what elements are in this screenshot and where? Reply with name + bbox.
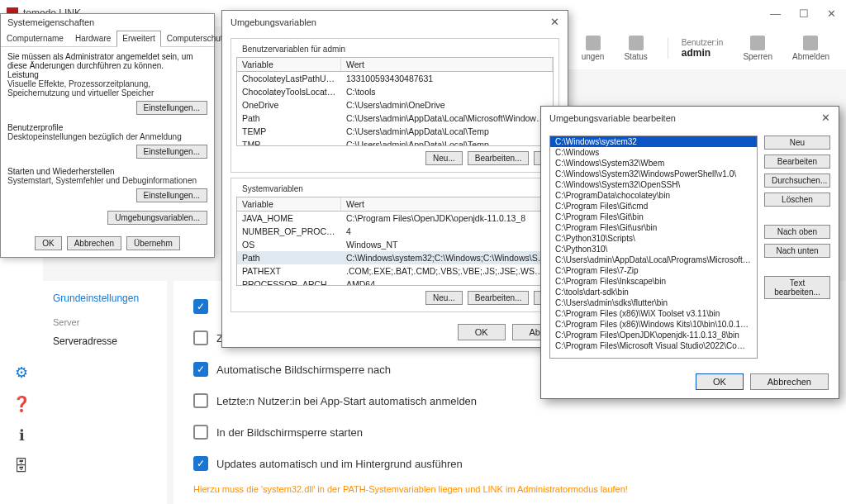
list-item[interactable]: C:\Program Files\Git\cmd — [550, 201, 757, 212]
label-autoupdate: Updates automatisch und im Hintergrund a… — [216, 458, 463, 470]
list-item[interactable]: C:\tools\dart-sdk\bin — [550, 287, 757, 297]
bars-icon — [629, 36, 644, 50]
path-edit-button[interactable]: Bearbeiten — [764, 155, 830, 169]
lock-button[interactable]: Sperren — [743, 36, 772, 61]
tab-hardware[interactable]: Hardware — [69, 31, 116, 46]
table-row[interactable]: PathC:\Windows\system32;C:\Windows;C:\Wi… — [237, 251, 553, 264]
path-down-button[interactable]: Nach unten — [764, 244, 830, 258]
path-delete-button[interactable]: Löschen — [764, 193, 830, 207]
list-item[interactable]: C:\Python310\Scripts\ — [550, 233, 757, 244]
list-item[interactable]: C:\Windows\System32\Wbem — [550, 158, 757, 169]
list-item[interactable]: C:\Windows\System32\OpenSSH\ — [550, 179, 757, 190]
list-item[interactable]: C:\Program Files (x86)\WiX Toolset v3.11… — [550, 308, 757, 319]
path-title: Umgebungsvariable bearbeiten — [549, 113, 676, 123]
table-row[interactable]: OSWindows_NT — [237, 238, 553, 251]
env-title: Umgebungsvariablen — [231, 17, 316, 27]
list-item[interactable]: C:\Users\admin\sdks\flutter\bin — [550, 297, 757, 308]
path-textedit-button[interactable]: Text bearbeiten... — [764, 276, 830, 299]
env-sys-list[interactable]: JAVA_HOMEC:\Program Files\OpenJDK\openjd… — [236, 212, 554, 286]
admin-note: Sie müssen als Administrator angemeldet … — [7, 52, 207, 70]
checkbox-autoupdate[interactable]: ✓ — [193, 456, 208, 471]
sysprops-ok-button[interactable]: OK — [35, 236, 61, 250]
list-item[interactable]: C:\Users\admin\AppData\Local\Programs\Mi… — [550, 254, 757, 265]
startup-settings-button[interactable]: Einstellungen... — [136, 188, 207, 202]
user-indicator: Benutzer:in admin — [668, 38, 724, 59]
env-sys-edit-button[interactable]: Bearbeiten... — [468, 291, 530, 305]
path-list[interactable]: C:\Windows\system32C:\WindowsC:\Windows\… — [549, 136, 758, 359]
list-item[interactable]: C:\ProgramData\chocolatey\bin — [550, 190, 757, 201]
list-item[interactable]: C:\Windows\System32\WindowsPowerShell\v1… — [550, 169, 757, 179]
table-row[interactable]: JAVA_HOMEC:\Program Files\OpenJDK\openjd… — [237, 212, 553, 225]
list-item[interactable]: C:\Program Files\Git\bin — [550, 212, 757, 222]
env-user-new-button[interactable]: Neu... — [425, 151, 463, 165]
dialog-edit-path: Umgebungsvariable bearbeiten ✕ C:\Window… — [540, 106, 839, 399]
path-cancel-button[interactable]: Abbrechen — [750, 373, 829, 390]
sidebar-server-label: Server — [53, 309, 157, 330]
checkbox-row0[interactable]: ✓ — [193, 299, 208, 314]
maximize-button[interactable]: ☐ — [796, 6, 812, 21]
list-item[interactable]: C:\Windows\system32 — [550, 136, 757, 147]
list-item[interactable]: C:\Program Files\7-Zip — [550, 265, 757, 276]
path-up-button[interactable]: Nach oben — [764, 225, 830, 239]
label-autolock: Automatische Bildschirmsperre nach — [216, 364, 391, 376]
list-item[interactable]: C:\Windows — [550, 147, 757, 158]
minimize-button[interactable]: — — [767, 6, 784, 21]
profiles-label: Benutzerprofile — [7, 123, 207, 132]
list-item[interactable]: C:\Program Files\Git\usr\bin — [550, 222, 757, 233]
checkbox-startinlock[interactable] — [193, 425, 208, 440]
settings-sidebar: Grundeinstellungen Server Serveradresse — [43, 281, 167, 504]
path-warning: Hierzu muss die 'system32.dll' in der PA… — [193, 479, 826, 494]
tab-computername[interactable]: Computername — [1, 31, 69, 46]
table-row[interactable]: PathC:\Users\admin\AppData\Local\Microso… — [237, 112, 553, 125]
checkbox-autolock[interactable]: ✓ — [193, 362, 208, 377]
list-item[interactable]: C:\Program Files (x86)\Windows Kits\10\b… — [550, 319, 757, 330]
table-row[interactable]: OneDriveC:\Users\admin\OneDrive — [237, 98, 553, 112]
dialog-env-vars: Umgebungsvariablen ✕ Benutzervariablen f… — [221, 10, 568, 348]
profiles-settings-button[interactable]: Einstellungen... — [136, 145, 207, 159]
table-row[interactable]: NUMBER_OF_PROCESSORS4 — [237, 225, 553, 238]
env-user-list[interactable]: ChocolateyLastPathUpdate1331005934304876… — [236, 72, 554, 146]
table-row[interactable]: TMPC:\Users\admin\AppData\Local\Temp — [237, 138, 553, 146]
table-row[interactable]: ChocolateyToolsLocationC:\tools — [237, 85, 553, 98]
tab-erweitert[interactable]: Erweitert — [116, 31, 160, 47]
gear-icon[interactable]: ⚙ — [15, 364, 28, 382]
envvars-button[interactable]: Umgebungsvariablen... — [107, 211, 207, 225]
list-item[interactable]: C:\Python310\ — [550, 244, 757, 254]
env-user-label: Benutzervariablen für admin — [240, 45, 348, 54]
startup-desc: Systemstart, Systemfehler und Debuginfor… — [7, 176, 207, 185]
checkbox-z[interactable] — [193, 330, 208, 345]
table-row[interactable]: PATHEXT.COM;.EXE;.BAT;.CMD;.VBS;.VBE;.JS… — [237, 264, 553, 278]
help-icon[interactable]: ❓ — [12, 395, 31, 413]
sidebar-serveradresse[interactable]: Serveradresse — [53, 330, 157, 352]
path-close-icon[interactable]: ✕ — [821, 112, 830, 124]
env-ok-button[interactable]: OK — [458, 324, 506, 340]
logout-icon — [803, 36, 818, 50]
checkbox-lastuser[interactable] — [193, 393, 208, 408]
list-item[interactable]: C:\Program Files\Microsoft Visual Studio… — [550, 340, 757, 351]
path-ok-button[interactable]: OK — [696, 373, 744, 390]
table-row[interactable]: PROCESSOR_ARCHITECTUREAMD64 — [237, 278, 553, 286]
logout-button[interactable]: Abmelden — [792, 36, 829, 61]
alerts-button[interactable]: ungen — [582, 36, 605, 61]
db-icon[interactable]: 🗄 — [14, 458, 29, 475]
table-row[interactable]: TEMPC:\Users\admin\AppData\Local\Temp — [237, 125, 553, 138]
sidebar-grundeinstellungen[interactable]: Grundeinstellungen — [53, 288, 157, 309]
env-user-edit-button[interactable]: Bearbeiten... — [468, 151, 530, 165]
table-row[interactable]: ChocolateyLastPathUpdate1331005934304876… — [237, 72, 553, 85]
perf-settings-button[interactable]: Einstellungen... — [136, 101, 207, 115]
list-item[interactable]: C:\Program Files\Inkscape\bin — [550, 276, 757, 287]
sysprops-apply-button[interactable]: Übernehm — [126, 236, 180, 250]
env-sys-header: Variable Wert — [236, 197, 554, 212]
sysprops-cancel-button[interactable]: Abbrechen — [67, 236, 121, 250]
profiles-desc: Desktopeinstellungen bezüglich der Anmel… — [7, 132, 207, 141]
bell-icon — [586, 36, 601, 50]
close-button[interactable]: ✕ — [824, 6, 839, 21]
sysprops-title: Systemeigenschaften — [1, 14, 214, 31]
env-sys-new-button[interactable]: Neu... — [425, 291, 463, 305]
status-button[interactable]: Status — [624, 36, 647, 61]
info-icon[interactable]: ℹ — [19, 426, 25, 445]
path-browse-button[interactable]: Durchsuchen... — [764, 174, 830, 188]
path-new-button[interactable]: Neu — [764, 136, 830, 150]
env-close-icon[interactable]: ✕ — [550, 16, 559, 28]
list-item[interactable]: C:\Program Files\OpenJDK\openjdk-11.0.13… — [550, 330, 757, 340]
